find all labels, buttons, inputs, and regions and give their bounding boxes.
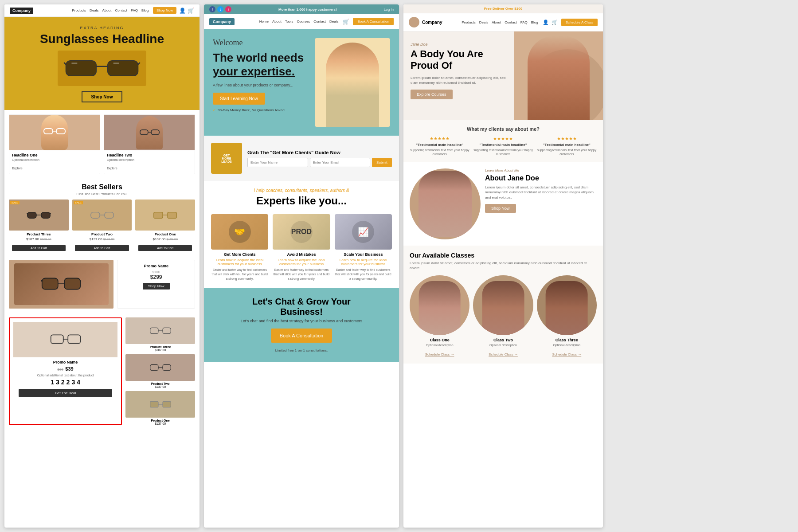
oc-feature-3-link[interactable]: Learn how to acquire the ideal customers…	[335, 258, 392, 266]
oc-nav-courses[interactable]: Courses	[297, 20, 310, 23]
oc-twitter-icon[interactable]: t	[217, 6, 223, 12]
svg-rect-39	[163, 401, 171, 407]
svg-rect-29	[51, 335, 63, 343]
fit-schedule-button[interactable]: Schedule A Class	[561, 19, 598, 26]
fit-hero-headline: A Body You Are Proud Of	[411, 48, 507, 72]
oc-feature-1-link[interactable]: Learn how to acquire the ideal customers…	[211, 258, 268, 266]
sg-small-prod-2-name: Product Two	[125, 382, 195, 385]
sg-nav-blog[interactable]: Blog	[141, 8, 149, 12]
oc-book-consultation-nav-button[interactable]: Book A Consultation	[353, 18, 394, 25]
fit-testimonial-2-quote: "Testimonial main headline"	[473, 143, 533, 147]
oc-book-consultation-cta-button[interactable]: Book A Consultation	[271, 329, 332, 343]
fit-class-3-schedule[interactable]: Schedule Class →	[552, 352, 581, 356]
fit-testimonial-1: ★★★★★ "Testimonial main headline" suppor…	[410, 136, 469, 156]
fit-explore-button[interactable]: Explore Courses	[411, 90, 453, 99]
sg-card-2-image	[104, 115, 195, 150]
fit-nav-about[interactable]: About	[492, 20, 501, 24]
fit-class-2: Class Two Optional description Schedule …	[473, 275, 533, 357]
oc-guarantee: ✓ 30-Day Money Back, No Quesitions Asked	[213, 108, 310, 112]
sg-cart-icon[interactable]: 🛒	[188, 8, 194, 14]
oc-instagram-icon[interactable]: i	[225, 6, 231, 12]
sg-product-1-name: Product One	[135, 232, 195, 236]
fit-about-desc: Lorem ipsum dolor sit amet, consecletuer…	[485, 185, 597, 200]
fit-nav-faq[interactable]: FAQ	[520, 20, 528, 24]
oc-nav-deals[interactable]: Deals	[329, 20, 338, 23]
fit-class-2-schedule[interactable]: Schedule Class →	[489, 352, 518, 356]
oc-lead-form-area: Grab The "Get More Clients" Guide Now Su…	[247, 150, 392, 167]
oc-hero-headline-2: your expertise.	[213, 65, 295, 78]
sg-nav-contact[interactable]: Contact	[115, 8, 127, 12]
sg-card-1-link[interactable]: Explore	[12, 167, 23, 170]
svg-rect-0	[66, 61, 97, 76]
oc-feature-3-desc: Easier and faster way to find customers …	[335, 268, 392, 281]
sg-nav-about[interactable]: About	[102, 8, 112, 12]
sg-user-icon[interactable]: 👤	[179, 8, 186, 14]
sg-hero-shop-button[interactable]: Shop Now	[82, 91, 123, 102]
oc-hero-desc: A few lines about your products or compa…	[213, 83, 310, 87]
sg-featured-cards: Headline One Optional description Explor…	[4, 110, 200, 179]
sg-shop-now-nav-button[interactable]: Shop Now	[153, 7, 176, 14]
sg-small-prod-1-image	[125, 391, 195, 418]
fit-class-1-person	[419, 281, 461, 335]
oc-logo: Company	[209, 18, 235, 25]
fit-cart-icon[interactable]: 🛒	[552, 20, 558, 25]
sg-small-glasses-2	[149, 363, 172, 372]
sg-add-cart-2[interactable]: Add To Cart	[75, 245, 129, 251]
fit-topbar-text: Free Deliver Over $100	[484, 7, 522, 11]
sg-small-prod-3-price: $107.00	[125, 348, 195, 352]
oc-start-learning-button[interactable]: Start Learning Now	[213, 93, 265, 105]
svg-rect-36	[163, 364, 171, 370]
sg-nav-deals[interactable]: Deals	[90, 8, 98, 12]
fit-nav-contact[interactable]: Contact	[505, 20, 517, 24]
sg-add-cart-3[interactable]: Add To Cart	[12, 245, 66, 251]
fit-nav-deals[interactable]: Deals	[479, 20, 488, 24]
svg-rect-18	[90, 212, 99, 218]
sg-counter-4: 2	[66, 379, 70, 386]
oc-feature-2-link[interactable]: Learn how to acquire the ideal customers…	[273, 258, 330, 266]
oc-cta-headline: Let's Chat & Grow Your Business!	[213, 297, 390, 317]
fit-nav-blog[interactable]: Blog	[531, 20, 538, 24]
fit-nav-products[interactable]: Products	[462, 20, 476, 24]
fit-hero-person-shape	[528, 36, 590, 120]
oc-nav-home[interactable]: Home	[259, 20, 269, 23]
fit-hero-left: Jane Doe A Body You Are Proud Of Lorem i…	[403, 31, 514, 120]
oc-cart-icon[interactable]: 🛒	[343, 19, 349, 25]
fit-classes-desc: Lorem ipsum dolor sit amet, consecletuer…	[410, 261, 597, 270]
fit-class-3-title: Class Three	[537, 338, 597, 342]
oc-nav-tools[interactable]: Tools	[285, 20, 293, 23]
sg-promo-orig-price: $100	[121, 270, 191, 274]
fit-class-2-title: Class Two	[473, 338, 533, 342]
sg-get-deal-button[interactable]: Get The Deal	[19, 389, 113, 397]
sg-deal-orig: $60	[58, 368, 63, 372]
fit-class-1-schedule[interactable]: Schedule Class →	[425, 352, 454, 356]
sg-bestsellers-title: Best Sellers	[9, 183, 195, 191]
oc-lead-email-input[interactable]	[310, 158, 371, 167]
fit-shop-button[interactable]: Shop Now	[485, 204, 516, 213]
sg-card-2-link[interactable]: Explore	[107, 167, 117, 170]
sg-deal-glasses-svg	[50, 333, 81, 347]
oc-lead-submit-button[interactable]: Submit	[372, 158, 392, 167]
oc-happy-customers: More than 1,000 happy customers!	[278, 8, 337, 12]
fit-user-icon[interactable]: 👤	[543, 20, 549, 25]
sg-nav-faq[interactable]: FAQ	[131, 8, 138, 12]
svg-rect-32	[150, 328, 158, 333]
oc-feature-1-image: 🤝	[211, 214, 268, 250]
sg-nav-products[interactable]: Products	[72, 8, 86, 12]
oc-feature-3: 📈 Scale Your Business Learn how to acqui…	[335, 214, 392, 281]
svg-line-3	[64, 63, 66, 64]
fit-class-1: Class One Optional description Schedule …	[410, 275, 469, 357]
svg-rect-14	[41, 212, 50, 218]
oc-facebook-icon[interactable]: f	[209, 6, 215, 12]
sg-small-prod-1: Product One $137.00	[125, 391, 195, 425]
sg-small-prod-3: Product Three $107.00	[125, 317, 195, 352]
svg-rect-10	[140, 130, 148, 135]
oc-welcome-text: Welcome	[213, 38, 310, 47]
oc-nav-contact[interactable]: Contact	[313, 20, 326, 23]
oc-login-link[interactable]: Log In	[384, 8, 394, 12]
oc-nav-about[interactable]: About	[272, 20, 282, 23]
oc-lead-name-input[interactable]	[247, 158, 308, 167]
sg-add-cart-1[interactable]: Add To Cart	[138, 245, 192, 251]
sg-promo-shop-button[interactable]: Shop Now	[143, 283, 170, 289]
oc-topbar: f t i More than 1,000 happy customers! L…	[204, 4, 399, 14]
sg-small-prod-2-image	[125, 354, 195, 381]
